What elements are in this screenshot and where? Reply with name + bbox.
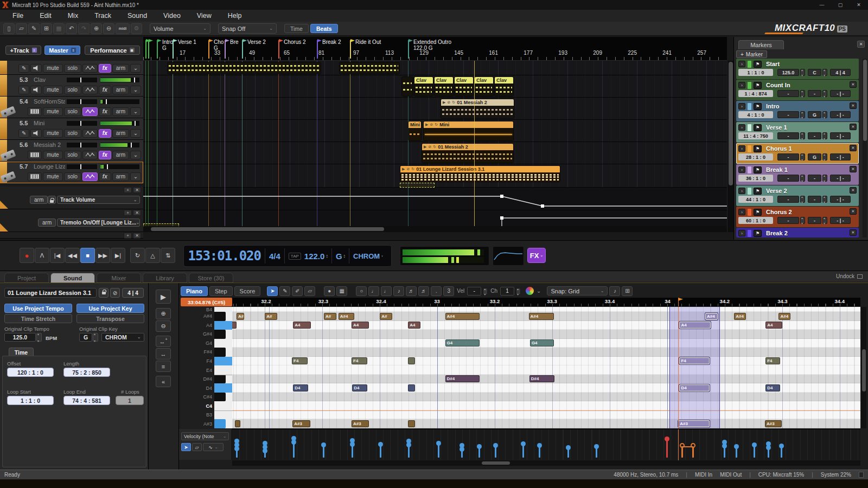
marker-tempo-spinner[interactable]: [800, 196, 805, 203]
velocity-eraser-tool[interactable]: ▱: [192, 443, 202, 451]
velocity-marker[interactable]: [461, 445, 463, 458]
marker-tempo-spinner[interactable]: [800, 90, 805, 97]
speaker-icon[interactable]: [30, 64, 42, 73]
track-volume-slider[interactable]: [100, 99, 140, 105]
fast-forward-button[interactable]: ▶▶: [95, 248, 110, 263]
arrange-hscroll-thumb[interactable]: [151, 227, 384, 231]
midi-note-A#3[interactable]: A#3: [352, 420, 369, 427]
midi-note-A4[interactable]: [232, 322, 237, 329]
midi-note-F4[interactable]: F4: [765, 357, 780, 364]
midi-note-A#[interactable]: A#: [380, 313, 392, 320]
marker-card-verse-2[interactable]: ›⚑Verse 2✕44 : 1 : 0--- | -: [736, 185, 859, 206]
marker-card-start[interactable]: ›⚑Start1 : 1 : 0125.0C4 | 4: [736, 59, 859, 79]
track-row-5.3[interactable]: 5.3Clav✎mutesolofxarm⌄: [0, 75, 143, 97]
midi-note-F4[interactable]: [408, 357, 415, 364]
add-lane-icon[interactable]: +: [124, 187, 132, 193]
eraser-tool-icon[interactable]: ▱: [304, 286, 315, 296]
marker-key-field[interactable]: -: [808, 196, 821, 203]
speaker-icon[interactable]: [30, 129, 42, 138]
marker-expand-icon[interactable]: ›: [738, 166, 745, 173]
go-to-end-button[interactable]: ▶|: [111, 248, 125, 263]
menu-file[interactable]: File: [4, 10, 31, 22]
master-eq-curve[interactable]: [493, 246, 524, 266]
lane-arm-button[interactable]: arm: [30, 196, 48, 204]
marker-close-icon[interactable]: ✕: [850, 187, 857, 194]
track-expand-icon[interactable]: ⌄: [130, 151, 141, 159]
velocity-marker[interactable]: [352, 440, 353, 458]
minimize-button[interactable]: —: [813, 0, 831, 10]
clip-name-field[interactable]: 01 Lounge Lizard Session 3.1: [4, 288, 97, 298]
mute-button[interactable]: mute: [43, 129, 62, 138]
redo-icon[interactable]: ↷: [78, 23, 90, 34]
automation-curve-button[interactable]: [82, 64, 98, 73]
black-key-A#3[interactable]: [214, 419, 226, 428]
automation-curve-button[interactable]: [82, 129, 98, 138]
channel-spinner[interactable]: [516, 288, 521, 295]
speaker-icon[interactable]: [30, 86, 42, 94]
arm-button[interactable]: arm: [112, 129, 129, 138]
velocity-marker[interactable]: [768, 444, 769, 458]
marker-tempo-spinner[interactable]: [800, 153, 805, 160]
arm-button[interactable]: arm: [112, 64, 129, 73]
arrange-hscrollbar[interactable]: [143, 226, 727, 232]
fx-button[interactable]: fx: [99, 107, 111, 116]
mute-button[interactable]: mute: [43, 151, 62, 159]
publish-icon[interactable]: ▦: [53, 23, 65, 34]
midi-note-G4[interactable]: G4: [530, 339, 554, 346]
loop-end-field[interactable]: 74 : 4 : 581: [63, 396, 110, 405]
track-expand-icon[interactable]: ⌄: [130, 64, 141, 73]
marker-color-swatch[interactable]: [748, 145, 751, 152]
velocity-grid[interactable]: [232, 429, 860, 460]
arrange-vscrollbar[interactable]: [727, 61, 733, 232]
stop-button[interactable]: ■: [80, 248, 95, 263]
black-key-A#4[interactable]: [214, 312, 226, 321]
num-loops-field[interactable]: 1: [116, 396, 144, 405]
add-marker-button[interactable]: +Marker: [736, 50, 767, 58]
midi-in-indicator[interactable]: MIDI In: [695, 472, 712, 478]
velocity-marker[interactable]: [736, 446, 737, 458]
velocity-dot[interactable]: [665, 436, 669, 441]
zoom-in-icon[interactable]: ⊕: [91, 23, 102, 34]
length-field[interactable]: 75 : 2 : 850: [63, 368, 110, 377]
velocity-marker[interactable]: [596, 446, 597, 458]
arm-button[interactable]: arm: [112, 151, 129, 159]
piano-roll-tab-piano[interactable]: Piano: [181, 286, 208, 296]
midi-note-A#4[interactable]: A#4: [705, 313, 718, 320]
new-project-icon[interactable]: ▯: [3, 23, 15, 34]
use-project-key-button[interactable]: Use Project Key: [76, 304, 144, 313]
velocity-marker[interactable]: [539, 445, 540, 458]
track-volume-slider[interactable]: [100, 120, 140, 126]
fx-button[interactable]: fx: [99, 86, 111, 94]
marker-expand-icon[interactable]: ›: [738, 230, 745, 236]
velocity-dot[interactable]: [779, 444, 784, 448]
mute-button[interactable]: mute: [43, 107, 62, 116]
undock-button[interactable]: Undock: [836, 273, 863, 279]
marker-color-swatch[interactable]: [748, 61, 751, 68]
velocity-spinner[interactable]: [483, 288, 488, 295]
menu-edit[interactable]: Edit: [31, 10, 60, 22]
midi-note-A4[interactable]: A4: [765, 322, 782, 329]
key-spinner[interactable]: [93, 333, 98, 342]
arm-button[interactable]: arm: [112, 172, 129, 181]
marker-meter-field[interactable]: - | -: [830, 196, 851, 203]
velocity-dot[interactable]: [722, 444, 727, 448]
import-icon[interactable]: ✎: [28, 23, 40, 34]
marker-key-field[interactable]: G: [808, 153, 821, 160]
marker-tempo-spinner[interactable]: [800, 69, 805, 76]
menu-sound[interactable]: Sound: [119, 10, 155, 22]
midi-note-D4[interactable]: D4: [352, 384, 367, 391]
marker-color-swatch[interactable]: [748, 209, 751, 216]
mixer-button[interactable]: ≡: [156, 361, 171, 372]
transpose-button[interactable]: Transpose: [76, 314, 144, 323]
remove-lane-icon[interactable]: ✕: [133, 233, 141, 239]
velocity-marker[interactable]: [724, 442, 725, 458]
velocity-dot[interactable]: [436, 441, 441, 446]
tab-store-30-[interactable]: Store (30): [189, 273, 233, 282]
marker-meter-field[interactable]: - | -: [830, 175, 851, 182]
velocity-dot[interactable]: [321, 442, 326, 447]
automation-curve-button[interactable]: [82, 172, 98, 181]
rewind-button[interactable]: ◀◀: [65, 248, 80, 263]
settings-icon[interactable]: ⚙: [131, 23, 142, 34]
h-zoom-in-button[interactable]: ↔+: [156, 336, 171, 347]
velocity-marker[interactable]: [781, 446, 782, 458]
